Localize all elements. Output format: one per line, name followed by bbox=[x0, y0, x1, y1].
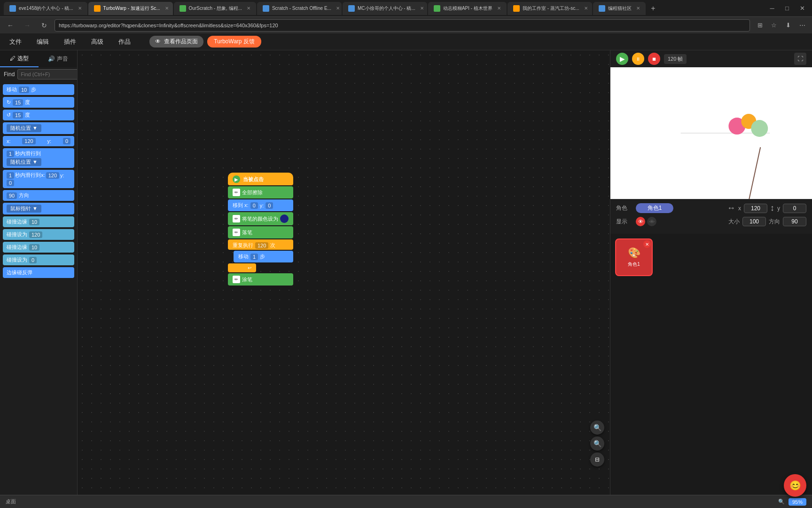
tab-8-close[interactable]: ✕ bbox=[636, 6, 640, 11]
refresh-button[interactable]: ↻ bbox=[38, 19, 51, 32]
tab-7-label: 我的工作室 - 蒸汽工坊-sc... bbox=[523, 5, 579, 12]
stop-button[interactable]: ⏹ bbox=[648, 53, 660, 65]
svg-point-4 bbox=[751, 120, 768, 137]
find-bar: Find bbox=[0, 67, 77, 81]
tab-5-close[interactable]: ✕ bbox=[420, 6, 424, 11]
green-flag-button[interactable]: ▶ bbox=[616, 53, 628, 65]
sprite-delete-button[interactable]: ✕ bbox=[643, 240, 651, 248]
block-mouse-pointer[interactable]: 鼠标指针 ▼ bbox=[3, 203, 74, 214]
settings-icon[interactable]: ⋯ bbox=[796, 19, 808, 32]
block-sensing-1[interactable]: 碰撞边缘 10 bbox=[3, 216, 74, 227]
tab-sounds[interactable]: 🔊 声音 bbox=[39, 50, 77, 67]
tab-costumes[interactable]: 🖊 选型 bbox=[0, 50, 39, 67]
zoom-out-button[interactable]: 🔍 bbox=[590, 437, 604, 451]
maximize-button[interactable]: □ bbox=[781, 2, 793, 15]
block-turn-l-val: 15 bbox=[13, 112, 23, 119]
status-bar: 桌面 🔍 95% bbox=[0, 495, 812, 508]
menu-advanced[interactable]: 高级 bbox=[87, 36, 107, 48]
bookmark-icon[interactable]: ☆ bbox=[768, 19, 780, 32]
tab-5[interactable]: MC小徐哥的个人中心 - 稿... ✕ bbox=[343, 2, 427, 15]
tab-6[interactable]: 动志模糊API - 植木世界 ✕ bbox=[428, 2, 507, 15]
block-random-pos[interactable]: 随机位置 ▼ bbox=[3, 122, 74, 134]
url-input[interactable]: https://turbowarp.org/editor?hqpen&clone… bbox=[55, 19, 750, 32]
tab-1[interactable]: eve1458的个人中心 - 稿... ✕ bbox=[4, 2, 87, 15]
zoom-percent[interactable]: 95% bbox=[789, 498, 806, 506]
menu-edit[interactable]: 编辑 bbox=[33, 36, 53, 48]
tab-7[interactable]: 我的工作室 - 蒸汽工坊-sc... ✕ bbox=[508, 2, 592, 15]
download-icon[interactable]: ⬇ bbox=[782, 19, 794, 32]
block-direction[interactable]: 90 方向 bbox=[3, 190, 74, 201]
zoom-in-button[interactable]: 🔍 bbox=[590, 421, 604, 435]
floating-action-button[interactable]: 😊 bbox=[784, 474, 806, 497]
block-random-dropdown[interactable]: 随机位置 ▼ bbox=[7, 124, 41, 132]
tab-1-close[interactable]: ✕ bbox=[78, 6, 82, 11]
menu-project[interactable]: 作品 bbox=[115, 36, 134, 48]
fullscreen-button[interactable]: ⛶ bbox=[794, 53, 806, 65]
height-icon: ↕ bbox=[770, 203, 774, 213]
block-turn-right[interactable]: ↻ 15 度 bbox=[3, 97, 74, 108]
block-turn-left[interactable]: ↺ 15 度 bbox=[3, 110, 74, 120]
forward-button[interactable]: → bbox=[21, 19, 34, 32]
sprite-list: ✕ 🎨 角色1 bbox=[610, 234, 812, 495]
tab-7-close[interactable]: ✕ bbox=[584, 6, 588, 11]
hide-icon[interactable]: 👁 bbox=[647, 217, 656, 226]
zoom-icon: 🔍 bbox=[778, 499, 785, 505]
tab-2[interactable]: TurboWarp - 加速运行 Sc... ✕ bbox=[88, 2, 173, 15]
block-bounce[interactable]: 边缘碰反弹 bbox=[3, 267, 74, 278]
back-button[interactable]: ← bbox=[4, 19, 17, 32]
block-move-10[interactable]: 移动 10 步 bbox=[3, 84, 74, 95]
screenshot-icon[interactable]: ⊞ bbox=[754, 19, 766, 32]
block-sensing-2[interactable]: 碰撞设为 120 bbox=[3, 229, 74, 240]
size-value[interactable]: 100 bbox=[742, 217, 766, 226]
close-button[interactable]: ✕ bbox=[796, 2, 808, 15]
menu-plugins[interactable]: 插件 bbox=[60, 36, 80, 48]
block-sensing-4[interactable]: 碰撞设为 0 bbox=[3, 254, 74, 265]
tab-6-favicon bbox=[434, 5, 440, 12]
tab-4-close[interactable]: ✕ bbox=[336, 6, 340, 11]
stage-svg bbox=[610, 67, 812, 199]
menu-file[interactable]: 文件 bbox=[6, 36, 25, 48]
direction-value[interactable]: 90 bbox=[783, 217, 806, 226]
tab-8[interactable]: 编程猫社区 ✕ bbox=[593, 2, 646, 15]
tab-8-favicon bbox=[599, 5, 605, 12]
minimize-button[interactable]: ─ bbox=[766, 2, 778, 15]
zoom-controls: 🔍 🔍 ⊟ bbox=[590, 421, 604, 467]
sprite-thumb: 🎨 bbox=[628, 247, 640, 259]
block-goto-xy[interactable]: x: 120 y: 0 bbox=[3, 136, 74, 146]
find-label: Find bbox=[4, 71, 15, 78]
tab-4[interactable]: Scratch - Scratch Offline E... ✕ bbox=[257, 2, 342, 15]
sprite-name-field[interactable]: 角色1 bbox=[636, 203, 673, 213]
tab-add-button[interactable]: + bbox=[647, 2, 660, 15]
y-label: y bbox=[777, 205, 780, 212]
hat-block-label: 当被点击 bbox=[243, 176, 264, 183]
y-value[interactable]: 0 bbox=[783, 204, 806, 213]
find-input[interactable] bbox=[17, 69, 78, 79]
fps-badge: 120 帧 bbox=[664, 54, 687, 64]
zoom-reset-button[interactable]: ⊟ bbox=[590, 452, 604, 467]
view-project-button[interactable]: 👁 查看作品页面 bbox=[149, 36, 203, 48]
turbowarp-feedback-button[interactable]: TurboWarp 反馈 bbox=[207, 36, 261, 48]
edit-icon-2: ✏ bbox=[233, 215, 240, 222]
sprite-item-1[interactable]: ✕ 🎨 角色1 bbox=[615, 238, 653, 276]
pause-icon: ⏸ bbox=[636, 56, 640, 62]
menu-bar: 文件 编辑 插件 高级 作品 👁 查看作品页面 TurboWarp 反馈 bbox=[0, 33, 812, 50]
tab-3[interactable]: OurScratch - 想象, 编程... ✕ bbox=[174, 2, 256, 15]
tab-2-favicon bbox=[94, 5, 101, 12]
stop-icon: ⏹ bbox=[652, 56, 656, 62]
tab-7-favicon bbox=[513, 5, 520, 12]
code-area[interactable]: ▶ 当被点击 ✏ 全部擦除 移到 x: 0 y: bbox=[78, 50, 610, 495]
block-sensing-3[interactable]: 碰撞边缘 10 bbox=[3, 242, 74, 253]
pause-button[interactable]: ⏸ bbox=[632, 53, 644, 65]
color-swatch[interactable] bbox=[280, 214, 289, 223]
x-value[interactable]: 120 bbox=[744, 204, 767, 213]
tab-2-label: TurboWarp - 加速运行 Sc... bbox=[103, 5, 160, 12]
tab-2-close[interactable]: ✕ bbox=[165, 6, 169, 11]
tab-3-close[interactable]: ✕ bbox=[247, 6, 250, 11]
edit-icon-1: ✏ bbox=[233, 189, 240, 196]
block-glide-xy[interactable]: 1 秒内滑行到x: 120 y: 0 bbox=[3, 170, 74, 188]
visibility-icons: 👁 👁 bbox=[636, 217, 656, 226]
show-icon[interactable]: 👁 bbox=[636, 217, 645, 226]
desktop-text: 桌面 bbox=[6, 498, 16, 505]
block-glide-random[interactable]: 1 秒内滑行到 随机位置 ▼ bbox=[3, 148, 74, 168]
tab-6-close[interactable]: ✕ bbox=[497, 6, 501, 11]
